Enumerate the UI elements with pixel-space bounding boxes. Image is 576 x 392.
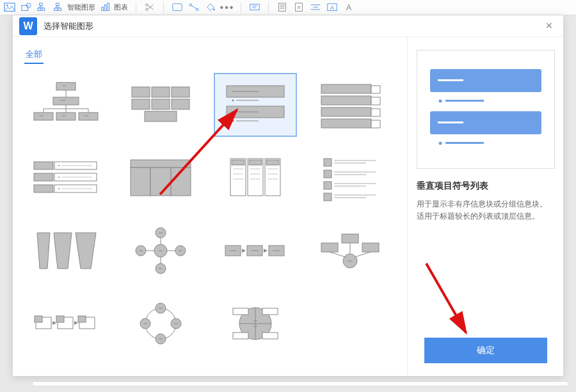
smartart-vertical-boxes[interactable] <box>214 146 297 210</box>
chart-button[interactable]: 图表 <box>100 3 128 13</box>
svg-rect-19 <box>250 4 259 10</box>
svg-rect-42 <box>321 84 371 93</box>
close-button[interactable]: × <box>541 19 557 34</box>
wordart-icon[interactable]: A <box>326 3 338 13</box>
chart-label: 图表 <box>114 3 128 12</box>
preview-panel: 垂直项目符号列表 用于显示非有序信息块或分组信息块。适用于标题较长的列表或顶层信… <box>407 37 563 376</box>
svg-point-39 <box>232 100 234 102</box>
chart-icon <box>100 3 112 13</box>
preview-title: 垂直项目符号列表 <box>417 180 554 192</box>
smartart-button[interactable]: 智能图形 <box>54 3 95 13</box>
smartart-icon <box>54 3 65 13</box>
svg-rect-69 <box>324 159 332 166</box>
scissors-icon[interactable] <box>144 3 156 13</box>
app-icon: W <box>19 17 37 35</box>
svg-rect-60 <box>131 168 150 196</box>
page-background <box>32 381 568 386</box>
smartart-hierarchy[interactable] <box>24 73 108 137</box>
svg-rect-7 <box>56 3 59 6</box>
svg-rect-106 <box>438 122 463 123</box>
smartart-converging[interactable] <box>308 219 392 283</box>
svg-rect-0 <box>4 3 15 12</box>
more-icon[interactable]: ••• <box>221 3 233 13</box>
preview-description: 用于显示非有序信息块或分组信息块。适用于标题较长的列表或顶层信息。 <box>417 198 554 223</box>
smartart-label: 智能图形 <box>67 3 95 12</box>
smartart-dialog: W 选择智能图形 × 全部 <box>13 15 563 376</box>
svg-rect-50 <box>34 162 53 169</box>
shape-icon[interactable] <box>20 3 32 13</box>
svg-rect-98 <box>262 308 278 315</box>
svg-rect-26 <box>56 82 76 90</box>
svg-rect-30 <box>79 113 98 120</box>
svg-rect-53 <box>34 173 53 181</box>
svg-rect-62 <box>171 168 191 196</box>
fill-icon[interactable] <box>205 3 216 13</box>
svg-rect-47 <box>371 109 380 116</box>
page-icon[interactable] <box>276 3 288 13</box>
svg-text:A: A <box>330 4 334 11</box>
svg-rect-71 <box>324 182 332 189</box>
textbox-icon[interactable] <box>249 3 260 13</box>
smartart-grid-list[interactable] <box>119 73 202 137</box>
smartart-vertical-bullet-list[interactable] <box>214 73 297 137</box>
svg-text:A: A <box>346 3 352 12</box>
svg-point-18 <box>213 9 215 11</box>
svg-rect-82 <box>342 234 358 243</box>
smartart-picture-process[interactable] <box>24 292 108 356</box>
svg-rect-10 <box>102 7 104 10</box>
svg-rect-104 <box>445 100 484 102</box>
svg-rect-2 <box>22 6 28 11</box>
svg-point-1 <box>6 4 8 6</box>
smartart-detail-list[interactable] <box>308 146 392 210</box>
smartart-matrix[interactable] <box>214 292 297 356</box>
svg-rect-59 <box>131 160 191 168</box>
svg-rect-70 <box>324 170 332 178</box>
pagenum-icon[interactable]: # <box>293 3 305 13</box>
svg-rect-68 <box>266 160 279 165</box>
smartart-cycle[interactable] <box>119 292 202 356</box>
svg-rect-4 <box>40 3 42 6</box>
svg-rect-108 <box>445 142 484 144</box>
smartart-horizontal-bullet[interactable] <box>24 146 108 210</box>
svg-rect-66 <box>249 160 262 165</box>
ribbon-toolbar: 智能图形 图表 ••• # A A <box>0 0 576 15</box>
toolbar-separator <box>163 3 164 13</box>
picture-icon[interactable] <box>4 3 15 13</box>
svg-text:#: # <box>298 4 300 10</box>
svg-rect-37 <box>145 111 177 122</box>
svg-rect-64 <box>232 160 244 165</box>
confirm-button[interactable]: 确定 <box>424 338 547 363</box>
svg-rect-102 <box>438 79 463 81</box>
svg-rect-6 <box>42 8 44 11</box>
smartart-radial[interactable] <box>119 219 202 283</box>
svg-rect-99 <box>233 333 248 339</box>
header-footer-icon[interactable] <box>310 3 321 13</box>
tab-all[interactable]: 全部 <box>24 46 44 64</box>
svg-rect-46 <box>321 107 371 116</box>
svg-point-14 <box>146 8 148 11</box>
svg-point-55 <box>58 176 60 178</box>
svg-rect-36 <box>172 99 189 109</box>
smartart-process[interactable] <box>214 219 297 283</box>
svg-rect-33 <box>172 87 189 97</box>
smartart-funnel[interactable] <box>24 219 108 283</box>
dialog-header: W 选择智能图形 × <box>13 15 563 37</box>
svg-point-58 <box>58 188 60 189</box>
font-icon[interactable]: A <box>343 3 355 13</box>
gallery-panel: 全部 <box>13 37 407 376</box>
shape2-icon[interactable] <box>172 3 183 13</box>
svg-rect-31 <box>132 87 150 97</box>
toolbar-separator <box>241 3 241 13</box>
svg-rect-8 <box>54 8 57 11</box>
svg-rect-29 <box>56 113 76 120</box>
svg-rect-100 <box>262 333 278 339</box>
svg-rect-43 <box>371 86 380 93</box>
smartart-table-list[interactable] <box>119 146 202 210</box>
svg-rect-45 <box>371 97 380 105</box>
toolbar-separator <box>268 3 269 13</box>
connector-icon[interactable] <box>188 3 200 13</box>
svg-rect-28 <box>34 113 53 120</box>
svg-rect-12 <box>108 3 109 11</box>
smartart-icon-small[interactable] <box>37 3 49 13</box>
smartart-stacked-list[interactable] <box>308 73 392 137</box>
